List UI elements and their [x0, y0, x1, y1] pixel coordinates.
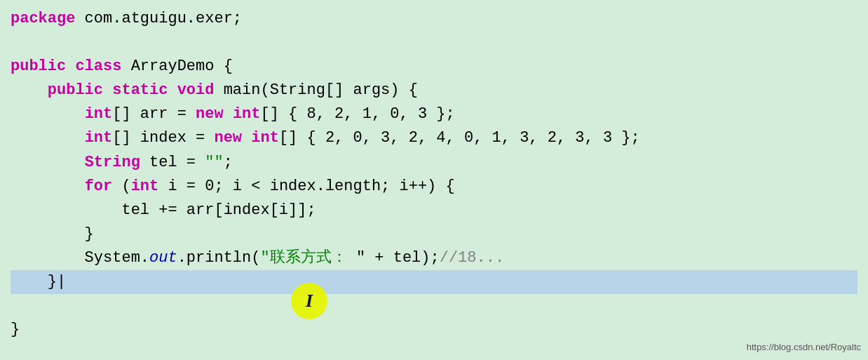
- line-for: for (int i = 0; i < index.length; i++) {: [11, 175, 857, 199]
- line-println: System.out.println("联系方式： " + tel);//18.…: [11, 246, 857, 270]
- line-tel: String tel = "";: [11, 151, 857, 175]
- string-empty: "": [205, 154, 223, 171]
- kw-int2: int: [233, 105, 261, 123]
- comment-18: //18...: [440, 249, 504, 267]
- line-blank2: [11, 294, 857, 318]
- kw-out: out: [149, 249, 177, 267]
- line-close-main: }|: [11, 270, 857, 294]
- string-tel: "联系方式：: [260, 249, 346, 267]
- line-close-for: }: [11, 222, 857, 246]
- line-index: int[] index = new int[] { 2, 0, 3, 2, 4,…: [11, 126, 857, 150]
- line-package: package com.atguigu.exer;: [11, 7, 857, 31]
- kw-new1: new: [196, 105, 224, 123]
- kw-void: void: [177, 81, 215, 99]
- kw-int4: int: [251, 129, 279, 147]
- code-editor: package com.atguigu.exer; public class A…: [0, 0, 868, 360]
- kw-class: class: [75, 58, 121, 75]
- kw-public2: public: [48, 81, 103, 99]
- kw-int3: int: [85, 129, 113, 147]
- line-close-class: }: [11, 318, 857, 342]
- watermark: https://blog.csdn.net/Royaltc: [747, 340, 861, 354]
- line-class: public class ArrayDemo {: [11, 55, 857, 79]
- line-arr: int[] arr = new int[] { 8, 2, 1, 0, 3 };: [11, 102, 857, 126]
- kw-int1: int: [85, 105, 113, 123]
- line-main: public static void main(String[] args) {: [11, 79, 857, 102]
- kw-public1: public: [11, 58, 66, 75]
- line-blank1: [11, 31, 857, 55]
- kw-package: package: [11, 10, 75, 27]
- kw-string: String: [85, 154, 140, 171]
- text-cursor-indicator: I: [291, 283, 327, 319]
- kw-new2: new: [214, 129, 242, 147]
- kw-static: static: [112, 81, 168, 99]
- kw-for: for: [85, 178, 113, 195]
- kw-int5: int: [131, 178, 159, 195]
- line-tel-add: tel += arr[index[i]];: [11, 199, 857, 222]
